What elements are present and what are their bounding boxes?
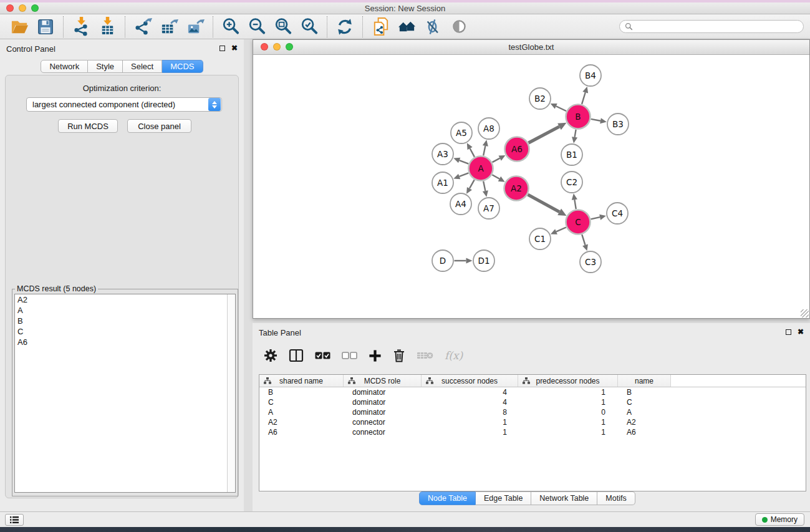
edge-B-B4[interactable]	[582, 92, 586, 104]
cell[interactable]: 1	[518, 418, 618, 427]
cell[interactable]: 0	[518, 408, 618, 417]
column-header-shared-name[interactable]: shared name	[259, 375, 344, 387]
column-header-successor-nodes[interactable]: successor nodes	[422, 375, 518, 387]
function-builder-button[interactable]: f(x)	[445, 349, 463, 362]
tab-node-table[interactable]: Node Table	[419, 491, 476, 505]
edge-C-C2[interactable]	[574, 200, 576, 209]
tab-edge-table[interactable]: Edge Table	[476, 491, 531, 505]
cell[interactable]: connector	[344, 418, 422, 427]
cell[interactable]: A2	[259, 418, 344, 427]
edge-A-A3[interactable]	[460, 160, 469, 164]
tab-style[interactable]: Style	[88, 60, 123, 73]
result-item[interactable]: C	[15, 326, 235, 337]
zoom-in-button[interactable]	[219, 16, 242, 37]
criterion-dropdown[interactable]: largest connected component (directed)	[26, 97, 222, 112]
zoom-out-button[interactable]	[246, 16, 268, 37]
new-network-from-selection-button[interactable]	[369, 16, 392, 37]
refresh-button[interactable]	[334, 16, 356, 37]
result-scrollbar[interactable]	[227, 294, 235, 492]
node-table[interactable]: shared nameMCDS rolesuccessor nodesprede…	[259, 374, 806, 491]
run-mcds-button[interactable]: Run MCDS	[58, 119, 118, 133]
cell[interactable]: 4	[422, 388, 518, 397]
column-header-predecessor-nodes[interactable]: predecessor nodes	[518, 375, 618, 387]
zoom-selected-button[interactable]	[298, 16, 321, 37]
edge-A-A8[interactable]	[483, 146, 485, 155]
tab-network-table[interactable]: Network Table	[531, 491, 597, 505]
import-table-button[interactable]	[96, 16, 118, 37]
edge-A6-B[interactable]	[529, 127, 559, 143]
cell[interactable]: dominator	[344, 398, 422, 407]
tab-network[interactable]: Network	[41, 60, 88, 73]
edge-A-A6[interactable]	[493, 158, 500, 162]
result-item[interactable]: A2	[15, 294, 235, 305]
table-row[interactable]: A6connector11A6	[259, 427, 806, 437]
table-row[interactable]: A2connector11A2	[259, 417, 806, 427]
cell[interactable]: A6	[618, 428, 671, 437]
column-header-MCDS-role[interactable]: MCDS role	[344, 375, 422, 387]
tab-mcds[interactable]: MCDS	[162, 60, 203, 73]
export-image-button[interactable]	[184, 16, 206, 37]
cell[interactable]: C	[618, 398, 671, 407]
close-panel-icon[interactable]: ✖	[231, 45, 238, 51]
add-row-button[interactable]	[369, 349, 382, 362]
edge-A-A1[interactable]	[460, 173, 469, 177]
cell[interactable]: C	[259, 398, 344, 407]
save-session-button[interactable]	[34, 16, 57, 37]
edge-A-A2[interactable]	[492, 175, 499, 179]
cell[interactable]: dominator	[344, 408, 422, 417]
deselect-all-button[interactable]	[342, 351, 357, 360]
edge-C-C4[interactable]	[591, 217, 600, 219]
delete-row-button[interactable]	[393, 349, 405, 362]
export-network-button[interactable]	[132, 16, 154, 37]
cell[interactable]: 4	[422, 398, 518, 407]
network-graph[interactable]: AA1A2A3A4A5A6A7A8BB1B2B3B4CC1C2C3C4DD1	[253, 56, 809, 319]
edge-C-C3[interactable]	[582, 235, 585, 245]
show-graphics-button[interactable]	[448, 16, 470, 37]
close-panel-icon[interactable]: ✖	[798, 329, 804, 335]
export-table-button[interactable]	[158, 16, 180, 37]
cell[interactable]: 8	[422, 408, 518, 417]
resize-grip[interactable]	[801, 309, 809, 317]
edge-A2-C[interactable]	[528, 195, 559, 212]
edge-A-A4[interactable]	[470, 180, 475, 188]
cell[interactable]: B	[259, 388, 344, 397]
home-button[interactable]	[395, 16, 418, 37]
edge-B-B1[interactable]	[575, 130, 576, 137]
zoom-fit-button[interactable]	[272, 16, 294, 37]
open-session-button[interactable]	[8, 16, 31, 37]
edge-B-B2[interactable]	[556, 106, 566, 111]
delete-column-button[interactable]	[417, 351, 433, 360]
hide-annotations-button[interactable]	[422, 16, 444, 37]
edge-A-A5[interactable]	[470, 148, 475, 157]
select-all-button[interactable]	[315, 351, 330, 360]
memory-button[interactable]: Memory	[755, 513, 804, 526]
mcds-result-list[interactable]: A2ABCA6	[14, 294, 236, 493]
cell[interactable]: B	[618, 388, 671, 397]
network-canvas[interactable]: AA1A2A3A4A5A6A7A8BB1B2B3B4CC1C2C3C4DD1	[253, 56, 809, 318]
show-columns-button[interactable]	[289, 349, 304, 362]
float-panel-icon[interactable]	[786, 329, 791, 335]
edge-B-B3[interactable]	[591, 119, 600, 121]
cell[interactable]: 1	[518, 388, 618, 397]
result-item[interactable]: B	[15, 316, 235, 326]
table-row[interactable]: Cdominator41C	[259, 397, 806, 407]
cell[interactable]: connector	[344, 428, 422, 437]
table-row[interactable]: Bdominator41B	[259, 387, 806, 397]
task-history-button[interactable]	[5, 514, 24, 526]
edge-A-A7[interactable]	[483, 181, 485, 191]
tab-motifs[interactable]: Motifs	[597, 491, 635, 505]
edge-C-C1[interactable]	[556, 227, 566, 231]
search-field[interactable]	[619, 20, 804, 33]
cell[interactable]: A2	[618, 418, 671, 427]
close-panel-button[interactable]: Close panel	[127, 119, 191, 133]
import-network-button[interactable]	[70, 16, 92, 37]
cell[interactable]: A	[259, 408, 344, 417]
result-item[interactable]: A6	[15, 337, 235, 347]
column-header-name[interactable]: name	[618, 375, 671, 387]
cell[interactable]: 1	[518, 398, 618, 407]
result-item[interactable]: A	[15, 305, 235, 316]
cell[interactable]: A	[618, 408, 671, 417]
float-panel-icon[interactable]	[219, 46, 225, 51]
cell[interactable]: A6	[259, 428, 344, 437]
cell[interactable]: dominator	[344, 388, 422, 397]
